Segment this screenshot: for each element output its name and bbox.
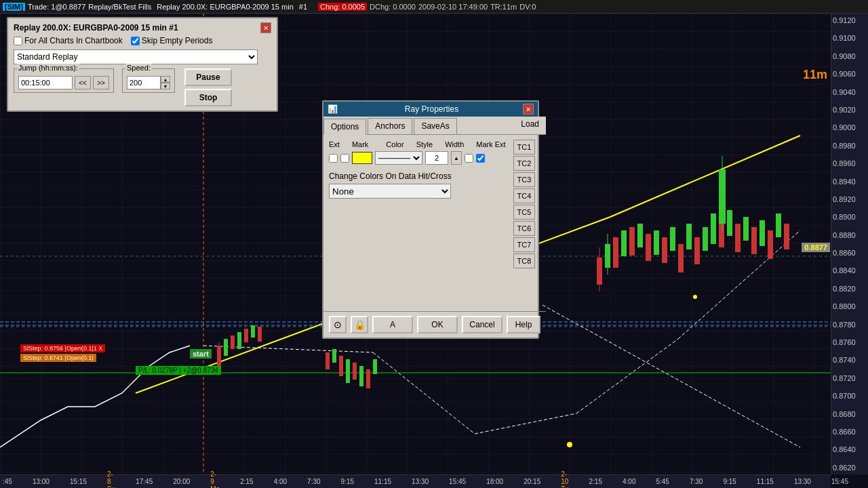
svg-rect-45 xyxy=(694,237,700,264)
svg-rect-30 xyxy=(373,359,377,374)
price-8980: 0.8980 xyxy=(833,142,867,150)
mark-header: Mark xyxy=(352,140,368,148)
price-8760: 0.8760 xyxy=(833,338,867,346)
color-header: Color xyxy=(386,140,403,148)
svg-point-59 xyxy=(567,442,572,447)
speed-spinner: ▲ ▼ xyxy=(161,76,170,89)
tc-panel: TC1 TC2 TC3 TC4 TC5 TC6 TC7 TC8 xyxy=(511,137,538,271)
dialog-close-button[interactable]: ✕ xyxy=(523,104,534,115)
price-8780: 0.8780 xyxy=(833,321,867,329)
mark-ext-checkbox2[interactable] xyxy=(476,154,485,163)
price-8880: 0.8880 xyxy=(833,231,867,239)
time-label: :45 xyxy=(3,478,12,485)
svg-rect-54 xyxy=(768,230,773,259)
hit-cross-label: Change Colors On Data Hit/Cross xyxy=(329,171,540,181)
mark-checkbox[interactable] xyxy=(340,154,349,163)
svg-rect-29 xyxy=(366,369,370,388)
svg-rect-22 xyxy=(258,327,262,342)
tc3-button[interactable]: TC3 xyxy=(513,172,535,187)
load-label: Load xyxy=(514,117,546,134)
price-8940: 0.8940 xyxy=(833,178,867,186)
label-11m: 11m xyxy=(803,68,827,82)
price-9000: 0.9000 xyxy=(833,123,867,131)
datetime-info: 2009-02-10 17:49:00 xyxy=(418,3,488,11)
time-label: 13:30 xyxy=(794,478,811,485)
checkboxes-row: For All Charts In Chartbook Skip Empty P… xyxy=(14,36,271,45)
tc4-button[interactable]: TC4 xyxy=(513,188,535,203)
time-label: 11:15 xyxy=(757,478,774,485)
tc6-button[interactable]: TC6 xyxy=(513,221,535,236)
svg-rect-50 xyxy=(735,224,741,252)
cancel-button[interactable]: Cancel xyxy=(462,316,502,333)
price-8900: 0.8900 xyxy=(833,213,867,221)
svg-rect-19 xyxy=(237,332,241,349)
controls-row: Jump (hh:mm:ss): << >> Speed: ▲ ▼ Pause … xyxy=(14,68,271,106)
price-8700: 0.8700 xyxy=(833,392,867,400)
tc8-button[interactable]: TC8 xyxy=(513,253,535,268)
sl1-label: SlStep: 0.8756 |Open(0.1|1 X xyxy=(20,344,105,352)
svg-rect-49 xyxy=(727,210,732,236)
ext-checkbox[interactable] xyxy=(329,154,338,163)
price-9060: 0.9060 xyxy=(833,70,867,78)
tab-saveas[interactable]: SaveAs xyxy=(414,118,456,134)
for-all-charts-label[interactable]: For All Charts In Chartbook xyxy=(14,36,123,45)
pause-button[interactable]: Pause xyxy=(184,68,232,86)
time-label: 18:00 xyxy=(486,478,503,485)
svg-rect-53 xyxy=(760,220,765,246)
style-select[interactable]: ───── xyxy=(375,151,422,165)
time-label: 5:45 xyxy=(656,478,669,485)
time-label: 15:45 xyxy=(449,478,466,485)
price-8960: 0.8960 xyxy=(833,159,867,167)
skip-empty-label[interactable]: Skip Empty Periods xyxy=(131,36,213,45)
footer-icon-btn2[interactable]: 🔒 xyxy=(351,316,368,333)
price-9020: 0.9020 xyxy=(833,106,867,114)
tr-info: TR:11m xyxy=(490,3,517,11)
time-label: 2-10 Tu xyxy=(561,470,568,488)
width-input[interactable] xyxy=(425,151,448,165)
sim-badge: [SIM] xyxy=(3,3,25,11)
time-label: 20:15 xyxy=(524,478,540,485)
next-button[interactable]: >> xyxy=(93,76,109,89)
action-buttons: Pause Stop xyxy=(184,68,232,106)
footer-icon-btn1[interactable]: ⊙ xyxy=(329,316,347,333)
price-8620: 0.8620 xyxy=(833,464,867,472)
price-8840: 0.8840 xyxy=(833,266,867,274)
svg-rect-39 xyxy=(646,234,651,261)
color-swatch[interactable] xyxy=(352,152,372,164)
time-label: 4:00 xyxy=(623,478,635,485)
replay-panel-close-button[interactable]: ✕ xyxy=(260,22,271,33)
tc7-button[interactable]: TC7 xyxy=(513,237,535,252)
svg-rect-52 xyxy=(751,227,757,254)
svg-point-60 xyxy=(693,295,697,299)
width-up-button[interactable]: ▲ xyxy=(451,151,462,165)
price-8740: 0.8740 xyxy=(833,356,867,364)
tc5-button[interactable]: TC5 xyxy=(513,205,535,220)
dialog-title-icon: 📊 xyxy=(328,104,338,114)
skip-empty-checkbox[interactable] xyxy=(131,37,140,45)
svg-rect-48 xyxy=(719,220,724,247)
tab-options[interactable]: Options xyxy=(323,119,366,135)
dchg-info: DChg: 0.0000 xyxy=(370,3,416,11)
svg-rect-24 xyxy=(332,349,336,363)
tc2-button[interactable]: TC2 xyxy=(513,156,535,171)
mark-ext-header: Mark Ext xyxy=(476,140,505,148)
speed-down-button[interactable]: ▼ xyxy=(161,83,170,89)
stop-button[interactable]: Stop xyxy=(184,89,232,106)
price-8660: 0.8660 xyxy=(833,428,867,436)
speed-up-button[interactable]: ▲ xyxy=(161,76,170,83)
for-all-charts-checkbox[interactable] xyxy=(14,37,22,45)
tc1-button[interactable]: TC1 xyxy=(513,140,535,155)
price-8640: 0.8640 xyxy=(833,445,867,453)
jump-input[interactable] xyxy=(18,76,73,89)
tab-anchors[interactable]: Anchors xyxy=(368,118,412,134)
hit-cross-select[interactable]: None xyxy=(329,184,451,199)
mode-select[interactable]: Standard Replay xyxy=(14,49,258,64)
prev-button[interactable]: << xyxy=(75,76,91,89)
mark-ext-checkbox1[interactable] xyxy=(465,154,473,163)
speed-input[interactable] xyxy=(127,76,161,89)
help-button[interactable]: Help xyxy=(507,316,540,333)
ok-button[interactable]: OK xyxy=(417,316,458,333)
price-9100: 0.9100 xyxy=(833,34,867,42)
footer-a-button[interactable]: A xyxy=(372,316,413,333)
time-scale: :45 13:00 15:15 2-8 Su 17:45 20:00 2-9 M… xyxy=(0,474,831,488)
